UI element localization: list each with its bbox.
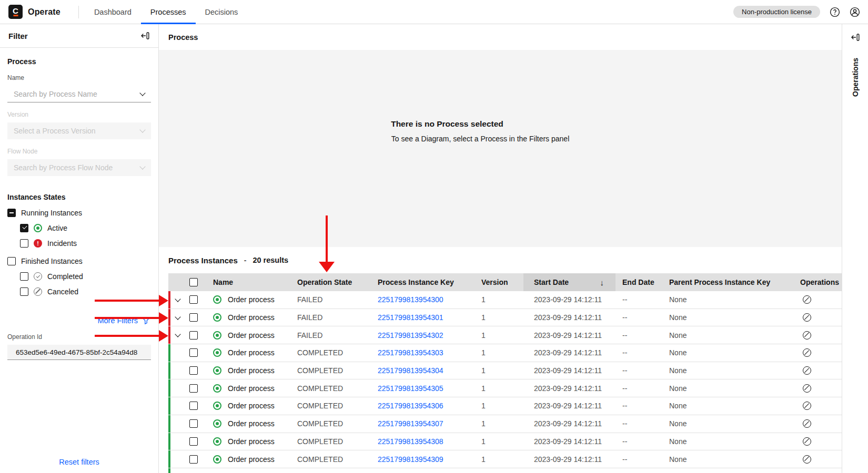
- cancel-operation-icon[interactable]: [803, 313, 811, 322]
- version-value: 1: [481, 291, 523, 309]
- active-checkbox[interactable]: [20, 224, 28, 232]
- version-value: 1: [481, 326, 523, 344]
- completed-label: Completed: [47, 272, 83, 281]
- cancel-operation-icon[interactable]: [803, 331, 811, 340]
- incident-state-icon: !: [34, 239, 42, 248]
- chevron-down-icon: [139, 163, 145, 169]
- process-instance-key-link[interactable]: 2251799813954309: [378, 455, 443, 464]
- row-checkbox[interactable]: [189, 384, 198, 393]
- more-filters-link[interactable]: More Filters: [7, 316, 151, 325]
- parent-process-instance-key-value: None: [662, 362, 794, 379]
- camunda-logo[interactable]: C: [8, 5, 23, 19]
- start-date-value: 2023-09-29 14:12:11: [523, 415, 615, 433]
- row-checkbox[interactable]: [189, 455, 198, 464]
- process-instance-key-link[interactable]: 2251799813954307: [378, 419, 443, 428]
- tab-processes[interactable]: Processes: [141, 0, 196, 24]
- process-name: Order process: [228, 313, 275, 322]
- incidents-checkbox[interactable]: [20, 239, 28, 248]
- finished-instances-checkbox[interactable]: [7, 257, 16, 265]
- process-instance-key-link[interactable]: 2251799813954302: [378, 331, 443, 340]
- table-body: Order process FAILED 2251799813954300 1 …: [168, 291, 842, 468]
- start-date-label: Start Date: [534, 278, 569, 286]
- cancel-operation-icon[interactable]: [803, 384, 811, 393]
- row-checkbox[interactable]: [189, 295, 198, 304]
- select-all-checkbox[interactable]: [189, 278, 198, 286]
- process-name-combobox[interactable]: Search by Process Name: [7, 86, 151, 102]
- expand-chevron-icon[interactable]: [175, 296, 180, 302]
- instance-active-icon: [213, 455, 221, 464]
- sort-descending-icon[interactable]: ↓: [600, 278, 604, 287]
- state-row-running: Running Instances: [7, 205, 151, 220]
- help-icon[interactable]: [830, 7, 840, 17]
- end-date-value: --: [615, 450, 662, 468]
- process-instance-key-link[interactable]: 2251799813954304: [378, 366, 443, 375]
- operation-id-input[interactable]: 653ed5e6-49ed-4675-85bf-2c54a94d8: [7, 345, 151, 360]
- process-panel-title: Process: [159, 24, 842, 50]
- reset-filters-link[interactable]: Reset filters: [0, 458, 158, 466]
- tab-dashboard[interactable]: Dashboard: [85, 0, 141, 24]
- completed-checkbox[interactable]: [20, 272, 28, 281]
- state-row-completed: Completed: [20, 269, 151, 284]
- running-instances-checkbox[interactable]: [7, 209, 16, 217]
- expand-panel-icon[interactable]: [851, 33, 860, 42]
- table-row: Order process FAILED 2251799813954302 1 …: [168, 326, 842, 344]
- row-checkbox[interactable]: [189, 402, 198, 410]
- col-parent-key[interactable]: Parent Process Instance Key: [662, 273, 794, 291]
- active-state-icon: [34, 224, 42, 232]
- cancel-operation-icon[interactable]: [803, 437, 811, 446]
- table-row: Order process COMPLETED 2251799813954307…: [168, 415, 842, 433]
- user-icon[interactable]: [850, 7, 860, 17]
- version-value: 1: [481, 433, 523, 450]
- process-name: Order process: [228, 366, 275, 375]
- col-name[interactable]: Name: [201, 273, 297, 291]
- row-checkbox[interactable]: [189, 366, 198, 375]
- canceled-checkbox[interactable]: [20, 287, 28, 296]
- operation-state: COMPLETED: [297, 362, 378, 379]
- table-row-partial: [168, 468, 842, 473]
- process-instance-key-link[interactable]: 2251799813954306: [378, 402, 443, 410]
- operation-state: FAILED: [297, 291, 378, 309]
- col-end-date[interactable]: End Date: [615, 273, 662, 291]
- instance-active-icon: [213, 313, 221, 322]
- table-row: Order process COMPLETED 2251799813954308…: [168, 433, 842, 451]
- collapse-panel-icon[interactable]: [140, 31, 150, 40]
- col-process-instance-key[interactable]: Process Instance Key: [378, 273, 481, 291]
- version-value: 1: [481, 379, 523, 397]
- flow-node-combobox: Search by Process Flow Node: [7, 159, 151, 176]
- tab-decisions[interactable]: Decisions: [196, 0, 248, 24]
- process-instance-key-link[interactable]: 2251799813954303: [378, 348, 443, 357]
- process-instance-key-link[interactable]: 2251799813954308: [378, 437, 443, 446]
- cancel-operation-icon[interactable]: [803, 295, 811, 304]
- process-name: Order process: [228, 384, 275, 393]
- parent-process-instance-key-value: None: [662, 379, 794, 397]
- app-header: C Operate Dashboard Processes Decisions …: [0, 0, 868, 24]
- row-checkbox[interactable]: [189, 348, 198, 357]
- cancel-operation-icon[interactable]: [803, 455, 811, 464]
- parent-process-instance-key-value: None: [662, 344, 794, 362]
- process-instance-key-link[interactable]: 2251799813954300: [378, 295, 443, 304]
- col-version[interactable]: Version: [481, 273, 523, 291]
- expand-chevron-icon[interactable]: [175, 314, 180, 320]
- expand-chevron-icon[interactable]: [175, 332, 180, 337]
- cancel-operation-icon[interactable]: [803, 419, 811, 428]
- table-row: Order process COMPLETED 2251799813954306…: [168, 397, 842, 415]
- cancel-operation-icon[interactable]: [803, 402, 811, 410]
- operations-panel-title[interactable]: Operations: [851, 58, 860, 97]
- row-checkbox[interactable]: [189, 437, 198, 446]
- col-start-date[interactable]: Start Date ↓: [523, 273, 615, 291]
- end-date-value: --: [615, 397, 662, 415]
- row-checkbox[interactable]: [189, 419, 198, 428]
- process-instance-key-link[interactable]: 2251799813954301: [378, 313, 443, 322]
- version-value: 1: [481, 344, 523, 362]
- row-checkbox[interactable]: [189, 331, 198, 340]
- row-state-stripe: [168, 468, 170, 473]
- parent-process-instance-key-value: None: [662, 397, 794, 415]
- cancel-operation-icon[interactable]: [803, 348, 811, 357]
- col-operation-state[interactable]: Operation State: [297, 273, 378, 291]
- state-row-finished: Finished Instances: [7, 253, 151, 269]
- process-instance-key-link[interactable]: 2251799813954305: [378, 384, 443, 393]
- end-date-value: --: [615, 344, 662, 362]
- cancel-operation-icon[interactable]: [803, 366, 811, 375]
- row-checkbox[interactable]: [189, 313, 198, 322]
- version-value: 1: [481, 362, 523, 379]
